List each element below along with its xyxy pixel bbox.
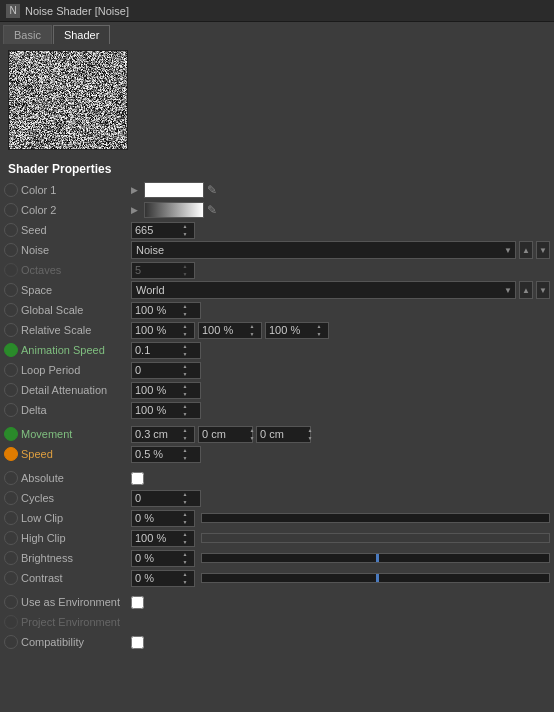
use-as-env-indicator[interactable] xyxy=(4,595,18,609)
movement-z-wrap[interactable]: ▲▼ xyxy=(256,426,311,443)
contrast-slider-track[interactable] xyxy=(201,573,550,583)
brightness-indicator[interactable] xyxy=(4,551,18,565)
color1-eyedropper[interactable]: ✎ xyxy=(207,183,217,197)
rel-scale-y-wrap[interactable]: ▲▼ xyxy=(198,322,262,339)
low-clip-slider-track[interactable] xyxy=(201,513,550,523)
compatibility-indicator[interactable] xyxy=(4,635,18,649)
color1-swatch[interactable] xyxy=(144,182,204,198)
compatibility-checkbox[interactable] xyxy=(131,636,144,649)
contrast-indicator[interactable] xyxy=(4,571,18,585)
brightness-slider-track[interactable] xyxy=(201,553,550,563)
loop-period-indicator[interactable] xyxy=(4,363,18,377)
contrast-input-wrap[interactable]: ▲▼ xyxy=(131,570,195,587)
noise-indicator[interactable] xyxy=(4,243,18,257)
low-clip-indicator[interactable] xyxy=(4,511,18,525)
octaves-value: ▲ ▼ xyxy=(131,262,550,279)
speed-input[interactable] xyxy=(132,447,180,462)
movement-z[interactable] xyxy=(257,427,305,442)
space-indicator[interactable] xyxy=(4,283,18,297)
movement-x-wrap[interactable]: ▲▼ xyxy=(131,426,195,443)
high-clip-input[interactable] xyxy=(132,531,180,546)
use-as-env-checkbox[interactable] xyxy=(131,596,144,609)
color2-expand[interactable]: ▶ xyxy=(131,205,138,215)
seed-input[interactable] xyxy=(132,223,180,238)
movement-y[interactable] xyxy=(199,427,247,442)
global-scale-input[interactable] xyxy=(132,303,180,318)
seed-label: Seed xyxy=(21,224,131,236)
movement-y-wrap[interactable]: ▲▼ xyxy=(198,426,253,443)
detail-attenuation-input[interactable] xyxy=(132,383,180,398)
seed-spin-up[interactable]: ▲ xyxy=(180,222,190,230)
movement-indicator[interactable] xyxy=(4,427,18,441)
high-clip-input-wrap[interactable]: ▲▼ xyxy=(131,530,195,547)
brightness-input[interactable] xyxy=(132,551,180,566)
loop-period-input[interactable] xyxy=(132,363,180,378)
delta-indicator[interactable] xyxy=(4,403,18,417)
space-scroll-down[interactable]: ▼ xyxy=(536,281,550,299)
cycles-input[interactable] xyxy=(132,491,180,506)
relative-scale-row: Relative Scale ▲▼ ▲▼ ▲▼ xyxy=(4,320,550,340)
absolute-checkbox[interactable] xyxy=(131,472,144,485)
movement-x[interactable] xyxy=(132,427,180,442)
detail-attenuation-indicator[interactable] xyxy=(4,383,18,397)
noise-scroll-down[interactable]: ▼ xyxy=(536,241,550,259)
noise-dropdown[interactable]: Noise xyxy=(131,241,516,259)
tab-shader[interactable]: Shader xyxy=(53,25,110,44)
detail-attenuation-input-wrap[interactable]: ▲▼ xyxy=(131,382,201,399)
noise-dropdown-wrap[interactable]: Noise xyxy=(131,241,516,259)
high-clip-indicator[interactable] xyxy=(4,531,18,545)
octaves-input xyxy=(132,263,180,278)
tab-basic[interactable]: Basic xyxy=(3,25,52,44)
contrast-input[interactable] xyxy=(132,571,180,586)
relative-scale-indicator[interactable] xyxy=(4,323,18,337)
seed-spinner[interactable]: ▲ ▼ xyxy=(180,222,190,238)
seed-spin-down[interactable]: ▼ xyxy=(180,230,190,238)
color1-indicator[interactable] xyxy=(4,183,18,197)
space-dropdown-wrap[interactable]: World xyxy=(131,281,516,299)
absolute-indicator[interactable] xyxy=(4,471,18,485)
delta-input[interactable] xyxy=(132,403,180,418)
speed-input-wrap[interactable]: ▲▼ xyxy=(131,446,201,463)
space-dropdown[interactable]: World xyxy=(131,281,516,299)
space-scroll-up[interactable]: ▲ xyxy=(519,281,533,299)
seed-indicator[interactable] xyxy=(4,223,18,237)
low-clip-input[interactable] xyxy=(132,511,180,526)
brightness-slider-marker xyxy=(376,554,379,562)
tab-bar: Basic Shader xyxy=(0,22,554,44)
animation-speed-indicator[interactable] xyxy=(4,343,18,357)
movement-value: ▲▼ ▲▼ ▲▼ xyxy=(131,426,550,443)
cycles-indicator[interactable] xyxy=(4,491,18,505)
global-scale-spinner[interactable]: ▲ ▼ xyxy=(180,302,190,318)
animation-speed-input-wrap[interactable]: ▲▼ xyxy=(131,342,201,359)
speed-indicator[interactable] xyxy=(4,447,18,461)
cycles-input-wrap[interactable]: ▲▼ xyxy=(131,490,201,507)
cycles-row: Cycles ▲▼ xyxy=(4,488,550,508)
noise-value: Noise ▲ ▼ xyxy=(131,241,550,259)
global-scale-spin-down[interactable]: ▼ xyxy=(180,310,190,318)
noise-scroll-up[interactable]: ▲ xyxy=(519,241,533,259)
loop-period-input-wrap[interactable]: ▲▼ xyxy=(131,362,201,379)
rel-scale-z[interactable] xyxy=(266,323,314,338)
seed-input-wrap[interactable]: ▲ ▼ xyxy=(131,222,195,239)
color1-expand[interactable]: ▶ xyxy=(131,185,138,195)
octaves-label: Octaves xyxy=(21,264,131,276)
delta-input-wrap[interactable]: ▲▼ xyxy=(131,402,201,419)
global-scale-input-wrap[interactable]: ▲ ▼ xyxy=(131,302,201,319)
loop-period-label: Loop Period xyxy=(21,364,131,376)
rel-scale-z-wrap[interactable]: ▲▼ xyxy=(265,322,329,339)
rel-scale-y[interactable] xyxy=(199,323,247,338)
color2-swatch[interactable] xyxy=(144,202,204,218)
brightness-input-wrap[interactable]: ▲▼ xyxy=(131,550,195,567)
animation-speed-input[interactable] xyxy=(132,343,180,358)
global-scale-spin-up[interactable]: ▲ xyxy=(180,302,190,310)
brightness-value: ▲▼ xyxy=(131,550,550,567)
low-clip-input-wrap[interactable]: ▲▼ xyxy=(131,510,195,527)
rel-scale-x-wrap[interactable]: ▲▼ xyxy=(131,322,195,339)
color2-eyedropper[interactable]: ✎ xyxy=(207,203,217,217)
global-scale-value: ▲ ▼ xyxy=(131,302,550,319)
color2-indicator[interactable] xyxy=(4,203,18,217)
high-clip-slider-track[interactable] xyxy=(201,533,550,543)
rel-scale-x[interactable] xyxy=(132,323,180,338)
contrast-slider-marker xyxy=(376,574,379,582)
global-scale-indicator[interactable] xyxy=(4,303,18,317)
